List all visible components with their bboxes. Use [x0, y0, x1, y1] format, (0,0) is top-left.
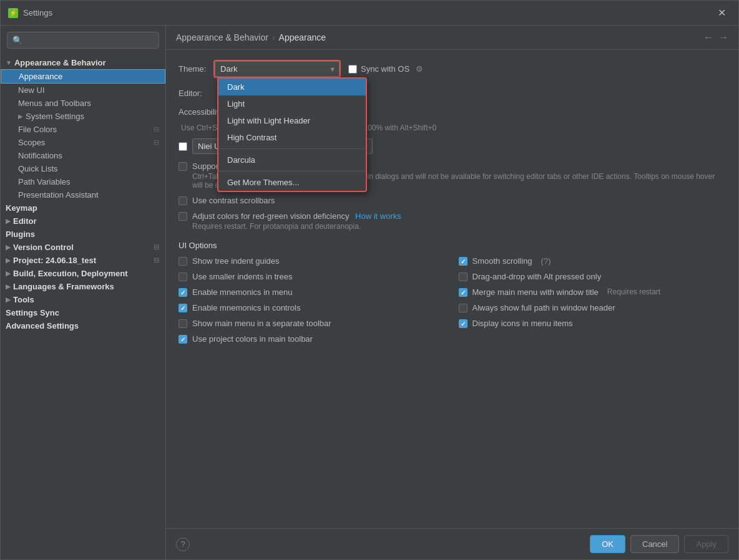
expand-arrow: ▶: [6, 296, 11, 303]
search-box[interactable]: [7, 32, 159, 49]
theme-dropdown-wrapper: Dark ▼: [213, 60, 341, 78]
contrast-scrollbars-row: Use contrast scrollbars: [179, 195, 726, 206]
font-antialiasing-checkbox[interactable]: [179, 142, 187, 151]
support-screen-readers-checkbox[interactable]: [179, 162, 187, 171]
show-tree-indent-label: Show tree indent guides: [192, 256, 279, 266]
ui-options-right: Smooth scrolling (?) Drag-and-drop with …: [459, 255, 727, 349]
sidebar-item-appearance[interactable]: Appearance: [1, 69, 165, 84]
enable-mnemonics-controls-checkbox[interactable]: [179, 304, 187, 312]
merge-main-menu-checkbox[interactable]: [459, 288, 467, 297]
theme-option-dark[interactable]: Dark: [218, 79, 366, 95]
sync-with-os-checkbox[interactable]: [348, 65, 357, 74]
close-button[interactable]: ✕: [713, 4, 731, 21]
nav-back-button[interactable]: ←: [703, 32, 713, 43]
smooth-scrolling-help-icon[interactable]: (?): [541, 256, 551, 266]
nav-forward-button[interactable]: →: [718, 32, 728, 43]
enable-mnemonics-menu-label: Enable mnemonics in menu: [192, 287, 292, 297]
smaller-indents-checkbox[interactable]: [179, 273, 187, 281]
title-bar: ⚡ Settings ✕: [1, 1, 738, 26]
sidebar-item-presentation-assistant[interactable]: Presentation Assistant: [1, 188, 165, 201]
theme-label: Theme:: [179, 64, 206, 74]
sidebar-item-settings-sync[interactable]: Settings Sync: [1, 306, 165, 319]
sync-gear-icon[interactable]: ⚙: [416, 64, 423, 74]
sidebar-tree: ▼ Appearance & Behavior Appearance New U…: [1, 54, 165, 559]
sidebar-item-version-control[interactable]: ▶ Version Control ⊟: [1, 241, 165, 254]
app-icon: ⚡: [8, 8, 18, 18]
sidebar-item-new-ui[interactable]: New UI: [1, 84, 165, 97]
sidebar-item-menus-toolbars[interactable]: Menus and Toolbars: [1, 97, 165, 110]
smooth-scrolling-checkbox[interactable]: [459, 257, 467, 266]
breadcrumb-bar: Appearance & Behavior › Appearance ← →: [166, 26, 738, 50]
sidebar-item-advanced-settings[interactable]: Advanced Settings: [1, 319, 165, 332]
ui-options-title: UI Options: [179, 241, 726, 250]
ui-options-grid: Show tree indent guides Use smaller inde…: [179, 255, 726, 349]
sidebar: ▼ Appearance & Behavior Appearance New U…: [1, 26, 166, 559]
enable-mnemonics-controls-row: Enable mnemonics in controls: [179, 302, 446, 314]
sidebar-item-scopes[interactable]: Scopes ⊟: [1, 136, 165, 149]
drag-drop-alt-row: Drag-and-drop with Alt pressed only: [459, 271, 727, 282]
merge-main-menu-row: Merge main menu with window title Requir…: [459, 286, 727, 298]
display-icons-menu-checkbox[interactable]: [459, 319, 467, 328]
project-icon: ⊟: [154, 256, 159, 264]
sidebar-item-languages-frameworks[interactable]: ▶ Languages & Frameworks: [1, 280, 165, 293]
enable-mnemonics-menu-row: Enable mnemonics in menu: [179, 286, 446, 298]
breadcrumb-separator: ›: [272, 32, 275, 42]
theme-row: Theme: Dark ▼ Sync with OS ⚙: [179, 60, 726, 78]
sidebar-item-editor[interactable]: ▶ Editor: [1, 215, 165, 228]
show-main-menu-toolbar-checkbox[interactable]: [179, 319, 187, 328]
expand-arrow: ▼: [6, 59, 12, 66]
sync-with-os-label: Sync with OS: [361, 64, 409, 74]
ok-button[interactable]: OK: [590, 535, 625, 553]
color-deficiency-checkbox[interactable]: [179, 212, 187, 221]
always-full-path-checkbox[interactable]: [459, 304, 467, 312]
right-panel: Appearance & Behavior › Appearance ← → T…: [166, 26, 738, 559]
sidebar-item-file-colors[interactable]: File Colors ⊟: [1, 123, 165, 136]
theme-option-get-more[interactable]: Get More Themes...: [218, 174, 366, 191]
cancel-button[interactable]: Cancel: [630, 535, 679, 553]
sidebar-item-build-execution[interactable]: ▶ Build, Execution, Deployment: [1, 267, 165, 280]
smooth-scrolling-row: Smooth scrolling (?): [459, 255, 727, 267]
sidebar-item-plugins[interactable]: Plugins: [1, 228, 165, 241]
sidebar-item-system-settings[interactable]: ▶ System Settings: [1, 110, 165, 123]
sidebar-item-keymap[interactable]: Keymap: [1, 201, 165, 215]
theme-option-light[interactable]: Light: [218, 95, 366, 112]
drag-drop-alt-label: Drag-and-drop with Alt pressed only: [472, 272, 602, 281]
window-title: Settings: [23, 8, 713, 17]
smooth-scrolling-label: Smooth scrolling: [472, 256, 532, 266]
theme-dropdown[interactable]: Dark: [215, 61, 340, 77]
breadcrumb-parent[interactable]: Appearance & Behavior: [176, 32, 268, 42]
file-icon: ⊟: [154, 125, 159, 133]
use-project-colors-checkbox[interactable]: [179, 335, 187, 344]
help-icon[interactable]: ?: [176, 538, 190, 551]
smaller-indents-row: Use smaller indents in trees: [179, 271, 446, 282]
color-deficiency-row: Adjust colors for red-green vision defic…: [179, 210, 726, 232]
vc-icon: ⊟: [154, 243, 159, 251]
apply-button[interactable]: Apply: [684, 535, 728, 553]
expand-arrow: ▶: [6, 283, 11, 290]
sidebar-item-path-variables[interactable]: Path Variables: [1, 175, 165, 188]
sidebar-item-quick-lists[interactable]: Quick Lists: [1, 162, 165, 175]
show-tree-indent-checkbox[interactable]: [179, 257, 187, 266]
drag-drop-alt-checkbox[interactable]: [459, 273, 467, 281]
scope-icon: ⊟: [154, 138, 159, 147]
theme-option-darcula[interactable]: Darcula: [218, 152, 366, 168]
ui-options-left: Show tree indent guides Use smaller inde…: [179, 255, 446, 349]
search-input[interactable]: [12, 36, 154, 45]
sidebar-item-appearance-behavior[interactable]: ▼ Appearance & Behavior: [1, 56, 165, 69]
expand-arrow: ▶: [6, 270, 11, 277]
breadcrumb-current: Appearance: [279, 32, 326, 42]
how-it-works-link[interactable]: How it works: [355, 211, 401, 221]
enable-mnemonics-menu-checkbox[interactable]: [179, 288, 187, 297]
merge-main-menu-label: Merge main menu with window title: [472, 287, 599, 297]
sidebar-item-tools[interactable]: ▶ Tools: [1, 293, 165, 306]
always-full-path-row: Always show full path in window header: [459, 302, 727, 314]
settings-window: ⚡ Settings ✕ ▼ Appearance & Behavior App…: [0, 0, 739, 560]
display-icons-menu-label: Display icons in menu items: [472, 319, 573, 328]
use-project-colors-row: Use project colors in main toolbar: [179, 333, 446, 345]
contrast-scrollbars-checkbox[interactable]: [179, 196, 187, 205]
theme-option-high-contrast[interactable]: High Contrast: [218, 129, 366, 146]
theme-option-light-light-header[interactable]: Light with Light Header: [218, 112, 366, 129]
show-main-menu-toolbar-label: Show main menu in a separate toolbar: [192, 319, 331, 328]
sidebar-item-project[interactable]: ▶ Project: 24.06.18_test ⊟: [1, 254, 165, 267]
sidebar-item-notifications[interactable]: Notifications: [1, 149, 165, 162]
